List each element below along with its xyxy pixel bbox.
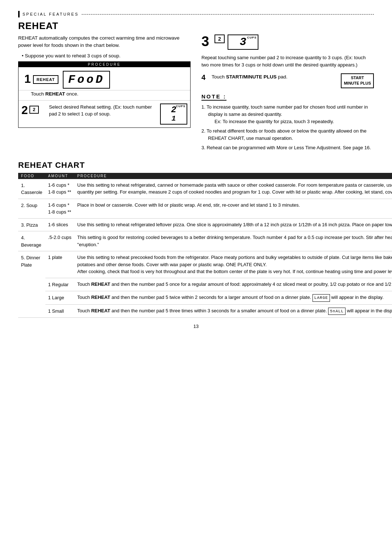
step4-content: Touch START/MINUTE PLUS pad. [212,73,337,81]
proc-casserole: Use this setting to reheat refrigerated,… [74,179,392,199]
food-beverage: 4. Beverage [18,231,45,251]
note-item-3: 3. Reheat can be programmed with More or… [201,144,374,151]
chart-body: 1. Casserole 1-6 cups *1-8 cups ** Use t… [18,179,392,318]
chart-title: REHEAT CHART [18,161,374,170]
procedure-header: PROCEDURE [19,62,190,67]
bullet-text: • Suppose you want to reheat 3 cups of s… [22,53,191,58]
step1-row: 1 REHEAT FooD [19,67,190,90]
proc-dinner-plate: Use this setting to reheat precooked foo… [74,251,392,278]
col-procedure: PROCEDURE [74,173,392,179]
proc-soup: Place in bowl or casserole. Cover with l… [74,199,392,218]
table-row: 1 Large Touch REHEAT and then the number… [18,291,392,305]
step1-display: FooD [63,71,110,89]
amount-large: 1 Large [45,291,74,305]
proc-small: Touch REHEAT and then the number pad 5 t… [74,304,392,318]
amount-small: 1 Small [45,304,74,318]
special-features-label: SPECIAL FEATURES [23,12,79,16]
special-features-header: SPECIAL FEATURES [18,11,374,17]
small-label: 5nALL [328,308,346,315]
step3-number: 3 [201,35,212,48]
step3-text: Repeat touching same number pad 2 to inc… [201,54,374,68]
note-item-1: 1. To increase quantity, touch same numb… [201,104,374,125]
step2-number: 2 [21,104,28,116]
chart-header: FOOD AMOUNT PROCEDURE [18,173,392,179]
step2-small-num: 2 [29,106,39,114]
note-section: NOTE : 1. To increase quantity, touch sa… [201,93,374,152]
step1-instruction: Touch REHEAT once. [19,90,190,100]
proc-regular: Touch REHEAT and then the number pad 5 o… [74,278,392,291]
start-minute-button: START MINUTE PLUS [341,73,374,88]
col-amount: AMOUNT [45,173,74,179]
proc-beverage: This setting is good for restoring coole… [74,231,392,251]
step3-row: 3 2 CUPS 3 [201,35,374,50]
step2-left: 2 2 [19,101,48,119]
note-label: NOTE : [201,93,226,101]
header-line [82,14,374,15]
table-row: 1 Small Touch REHEAT and then the number… [18,304,392,318]
step2-row: 2 2 Select desired Reheat setting. (Ex: … [19,100,190,127]
amount-casserole: 1-6 cups *1-8 cups ** [45,179,74,199]
step4-row: 4 Touch START/MINUTE PLUS pad. START MIN… [201,73,374,88]
amount-soup: 1-6 cups *1-8 cups ** [45,199,74,218]
step2-display: CUPS 2 1 [160,104,187,125]
food-soup: 2. Soup [18,199,45,218]
procedure-box: PROCEDURE 1 REHEAT FooD Touch REHEAT onc… [18,61,191,128]
table-row: 4. Beverage .5-2.0 cups This setting is … [18,231,392,251]
reheat-title: REHEAT [18,20,374,32]
table-row: 1 Regular Touch REHEAT and then the numb… [18,278,392,291]
table-row: 5. DinnerPlate 1 plate Use this setting … [18,251,392,278]
proc-large: Touch REHEAT and then the number pad 5 t… [74,291,392,305]
left-column: REHEAT automatically computes the correc… [18,35,191,154]
step2-display-area: CUPS 2 1 [158,101,190,127]
amount-dinner-plate: 1 plate [45,251,74,278]
chart-table: FOOD AMOUNT PROCEDURE 1. Casserole 1-6 c… [18,173,392,318]
step1-number: 1 [21,71,33,89]
note-item-2: 2. To reheat different foods or foods ab… [201,127,374,142]
proc-pizza: Use this setting to reheat refrigerated … [74,218,392,231]
food-casserole: 1. Casserole [18,179,45,199]
food-pizza: 3. Pizza [18,218,45,231]
step2-content: Select desired Reheat setting. (Ex: touc… [48,101,158,121]
amount-regular: 1 Regular [45,278,74,291]
amount-pizza: 1-6 slices [45,218,74,231]
step3-small-num: 2 [215,35,225,43]
large-label: LARGE [313,294,330,302]
step2-cups-label: CUPS [176,105,185,108]
table-row: 2. Soup 1-6 cups *1-8 cups ** Place in b… [18,199,392,218]
amount-beverage: .5-2.0 cups [45,231,74,251]
step3-cups-label: CUPS [247,36,257,39]
food-dinner-plate: 5. DinnerPlate [18,251,45,318]
table-row: 3. Pizza 1-6 slices Use this setting to … [18,218,392,231]
intro-text: REHEAT automatically computes the correc… [18,35,191,49]
right-column: 3 2 CUPS 3 Repeat touching same number p… [201,35,374,154]
step4-number: 4 [201,73,208,82]
reheat-button: REHEAT [33,75,58,84]
header-bar [18,11,20,17]
step1-inner: REHEAT FooD [33,71,187,89]
table-row: 1. Casserole 1-6 cups *1-8 cups ** Use t… [18,179,392,199]
page-number: 13 [18,324,374,329]
col-food: FOOD [18,173,45,179]
step3-display: CUPS 3 [228,35,258,50]
two-column-layout: REHEAT automatically computes the correc… [18,35,374,154]
